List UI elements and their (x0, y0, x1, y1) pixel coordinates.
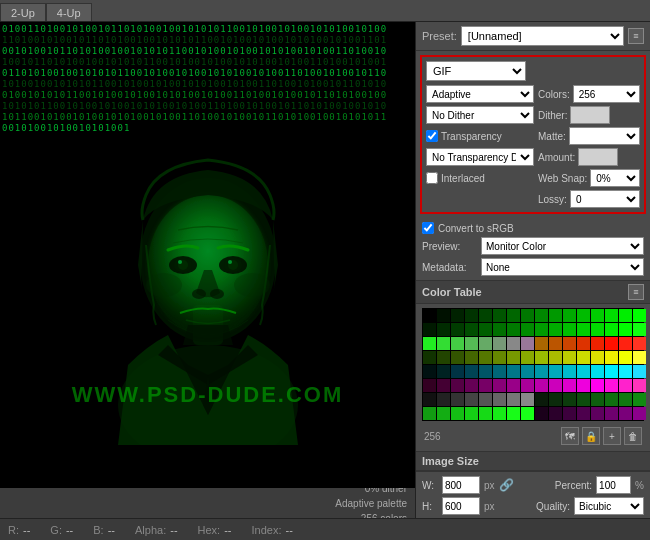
color-cell[interactable] (591, 323, 604, 336)
color-cell[interactable] (451, 309, 464, 322)
color-cell[interactable] (479, 309, 492, 322)
metadata-select[interactable]: None (481, 258, 644, 276)
color-cell[interactable] (591, 337, 604, 350)
color-cell[interactable] (465, 323, 478, 336)
color-cell[interactable] (619, 337, 632, 350)
color-cell[interactable] (563, 393, 576, 406)
color-cell[interactable] (451, 351, 464, 364)
color-cell[interactable] (451, 337, 464, 350)
color-cell[interactable] (633, 393, 646, 406)
preview-select[interactable]: Monitor Color (481, 237, 644, 255)
color-cell[interactable] (605, 323, 618, 336)
color-cell[interactable] (549, 365, 562, 378)
color-cell[interactable] (521, 323, 534, 336)
color-cell[interactable] (535, 393, 548, 406)
color-cell[interactable] (479, 379, 492, 392)
color-cell[interactable] (465, 337, 478, 350)
color-cell[interactable] (619, 393, 632, 406)
color-cell[interactable] (437, 337, 450, 350)
color-cell[interactable] (577, 365, 590, 378)
color-cell[interactable] (507, 309, 520, 322)
color-cell[interactable] (479, 393, 492, 406)
format-select[interactable]: GIF (426, 61, 526, 81)
color-cell[interactable] (605, 309, 618, 322)
color-cell[interactable] (437, 309, 450, 322)
color-cell[interactable] (521, 351, 534, 364)
color-cell[interactable] (577, 323, 590, 336)
color-cell[interactable] (633, 337, 646, 350)
color-cell[interactable] (465, 379, 478, 392)
color-cell[interactable] (633, 365, 646, 378)
color-cell[interactable] (633, 351, 646, 364)
color-cell[interactable] (605, 379, 618, 392)
color-cell[interactable] (479, 337, 492, 350)
color-cell[interactable] (577, 337, 590, 350)
interlaced-checkbox[interactable] (426, 172, 438, 184)
color-cell[interactable] (521, 309, 534, 322)
color-cell[interactable] (591, 379, 604, 392)
color-cell[interactable] (465, 365, 478, 378)
color-cell[interactable] (465, 393, 478, 406)
tab-4up[interactable]: 4-Up (46, 3, 92, 21)
color-cell[interactable] (605, 365, 618, 378)
colors-select[interactable]: 256 (573, 85, 640, 103)
color-cell[interactable] (507, 379, 520, 392)
preset-select[interactable]: [Unnamed] (461, 26, 624, 46)
color-map-btn[interactable]: 🗺 (561, 427, 579, 445)
color-cell[interactable] (507, 337, 520, 350)
color-cell[interactable] (577, 351, 590, 364)
color-cell[interactable] (423, 365, 436, 378)
color-cell[interactable] (633, 323, 646, 336)
color-cell[interactable] (563, 309, 576, 322)
color-cell[interactable] (619, 365, 632, 378)
color-cell[interactable] (479, 407, 492, 420)
color-cell[interactable] (423, 351, 436, 364)
color-cell[interactable] (619, 407, 632, 420)
color-cell[interactable] (591, 351, 604, 364)
color-cell[interactable] (521, 365, 534, 378)
dither-select[interactable]: No Dither (426, 106, 534, 124)
color-cell[interactable] (563, 365, 576, 378)
color-cell[interactable] (535, 407, 548, 420)
color-cell[interactable] (437, 365, 450, 378)
color-cell[interactable] (535, 323, 548, 336)
color-cell[interactable] (563, 337, 576, 350)
color-cell[interactable] (493, 309, 506, 322)
color-cell[interactable] (521, 379, 534, 392)
color-cell[interactable] (507, 393, 520, 406)
color-cell[interactable] (591, 309, 604, 322)
color-cell[interactable] (493, 393, 506, 406)
color-cell[interactable] (633, 309, 646, 322)
percent-input[interactable] (596, 476, 631, 494)
color-cell[interactable] (549, 309, 562, 322)
color-lock-btn[interactable]: 🔒 (582, 427, 600, 445)
color-cell[interactable] (493, 351, 506, 364)
color-delete-btn[interactable]: 🗑 (624, 427, 642, 445)
color-cell[interactable] (493, 323, 506, 336)
color-cell[interactable] (423, 309, 436, 322)
width-input[interactable] (442, 476, 480, 494)
color-cell[interactable] (591, 407, 604, 420)
color-cell[interactable] (535, 351, 548, 364)
color-cell[interactable] (563, 379, 576, 392)
color-cell[interactable] (535, 379, 548, 392)
color-cell[interactable] (423, 393, 436, 406)
color-cell[interactable] (451, 393, 464, 406)
color-cell[interactable] (507, 407, 520, 420)
amount-input[interactable] (578, 148, 618, 166)
quality-select[interactable]: Bicubic (574, 497, 644, 515)
color-cell[interactable] (493, 379, 506, 392)
color-cell[interactable] (591, 365, 604, 378)
color-cell[interactable] (549, 407, 562, 420)
color-cell[interactable] (479, 351, 492, 364)
color-cell[interactable] (493, 365, 506, 378)
color-cell[interactable] (451, 365, 464, 378)
color-cell[interactable] (479, 365, 492, 378)
color-cell[interactable] (451, 323, 464, 336)
color-cell[interactable] (591, 393, 604, 406)
color-cell[interactable] (577, 379, 590, 392)
lossy-select[interactable]: 0 (570, 190, 640, 208)
color-cell[interactable] (549, 351, 562, 364)
color-cell[interactable] (535, 309, 548, 322)
matte-select[interactable] (569, 127, 640, 145)
